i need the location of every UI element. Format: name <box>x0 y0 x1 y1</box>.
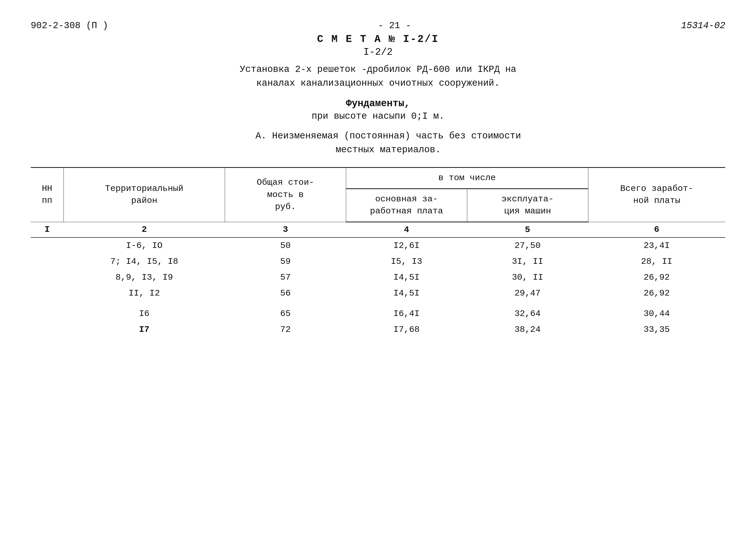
row-total-wage: 33,35 <box>588 322 725 337</box>
row-base-wage: I6,4I <box>346 301 467 322</box>
row-base-wage: I7,68 <box>346 322 467 337</box>
row-total: 57 <box>225 270 346 285</box>
page-number: - 21 - <box>108 20 681 31</box>
row-total: 65 <box>225 301 346 322</box>
row-nn <box>31 285 63 301</box>
row-total-wage: 26,92 <box>588 285 725 301</box>
row-total: 72 <box>225 322 346 337</box>
row-nn <box>31 254 63 270</box>
row-territory: 8,9, I3, I9 <box>63 270 225 285</box>
row-total-wage: 26,92 <box>588 270 725 285</box>
table-row: II, I2 56 I4,5I 29,47 26,92 <box>31 285 725 301</box>
table-row: I7 72 I7,68 38,24 33,35 <box>31 322 725 337</box>
row-nn <box>31 322 63 337</box>
table-row: I-6, IO 50 I2,6I 27,50 23,4I <box>31 238 725 254</box>
row-machine: 32,64 <box>467 301 588 322</box>
row-total-wage: 23,4I <box>588 238 725 254</box>
table-row: 7; I4, I5, I8 59 I5, I3 3I, II 28, II <box>31 254 725 270</box>
col-num-5: 5 <box>467 222 588 238</box>
col-num-1: I <box>31 222 63 238</box>
col-base-wage-header: основная за-работная плата <box>346 189 467 222</box>
row-machine: 3I, II <box>467 254 588 270</box>
row-base-wage: I5, I3 <box>346 254 467 270</box>
title-block: С М Е Т А № I-2/I I-2/2 Установка 2-х ре… <box>31 34 725 157</box>
row-machine: 38,24 <box>467 322 588 337</box>
section-title: Фундаменты, <box>31 98 725 109</box>
header-row-1: ННпп Территориальныйрайон Общая стои-мос… <box>31 168 725 189</box>
header-line: 902-2-308 (П ) - 21 - 15314-02 <box>31 20 725 31</box>
row-base-wage: I2,6I <box>346 238 467 254</box>
title-description: Установка 2-х решеток -дробилок РД-600 и… <box>31 63 725 90</box>
row-machine: 30, II <box>467 270 588 285</box>
smeta-title: С М Е Т А № I-2/I <box>31 34 725 45</box>
row-base-wage: I4,5I <box>346 285 467 301</box>
row-machine: 29,47 <box>467 285 588 301</box>
table-wrapper: ННпп Территориальныйрайон Общая стои-мос… <box>31 167 725 337</box>
row-territory: 7; I4, I5, I8 <box>63 254 225 270</box>
col-machine-header: эксплуата-ция машин <box>467 189 588 222</box>
row-territory: II, I2 <box>63 285 225 301</box>
row-machine: 27,50 <box>467 238 588 254</box>
section-subtitle: при высоте насыпи 0;I м. <box>31 111 725 122</box>
table-row: I6 65 I6,4I 32,64 30,44 <box>31 301 725 322</box>
column-numbers-row: I 2 3 4 5 6 <box>31 222 725 238</box>
row-territory: I6 <box>63 301 225 322</box>
row-territory: I-6, IO <box>63 238 225 254</box>
section-note: А. Неизменяемая (постоянная) часть без с… <box>31 129 725 157</box>
row-total: 59 <box>225 254 346 270</box>
row-nn <box>31 270 63 285</box>
main-table: ННпп Территориальныйрайон Общая стои-мос… <box>31 167 725 337</box>
row-total: 56 <box>225 285 346 301</box>
row-base-wage: I4,5I <box>346 270 467 285</box>
row-nn <box>31 301 63 322</box>
smeta-subtitle: I-2/2 <box>31 47 725 58</box>
col-nn-header: ННпп <box>31 168 63 222</box>
page-container: 902-2-308 (П ) - 21 - 15314-02 С М Е Т А… <box>31 20 725 337</box>
row-total: 50 <box>225 238 346 254</box>
row-territory: I7 <box>63 322 225 337</box>
col-num-2: 2 <box>63 222 225 238</box>
doc-ref: 15314-02 <box>681 20 725 31</box>
col-total-cost-header: Общая стои-мость вруб. <box>225 168 346 222</box>
col-num-3: 3 <box>225 222 346 238</box>
row-total-wage: 30,44 <box>588 301 725 322</box>
col-total-wage-header: Всего заработ-ной платы <box>588 168 725 222</box>
col-num-6: 6 <box>588 222 725 238</box>
row-nn <box>31 238 63 254</box>
row-total-wage: 28, II <box>588 254 725 270</box>
col-territory-header: Территориальныйрайон <box>63 168 225 222</box>
doc-number: 902-2-308 (П ) <box>31 20 108 31</box>
table-row: 8,9, I3, I9 57 I4,5I 30, II 26,92 <box>31 270 725 285</box>
col-num-4: 4 <box>346 222 467 238</box>
col-including-header: в том числе <box>346 168 588 189</box>
